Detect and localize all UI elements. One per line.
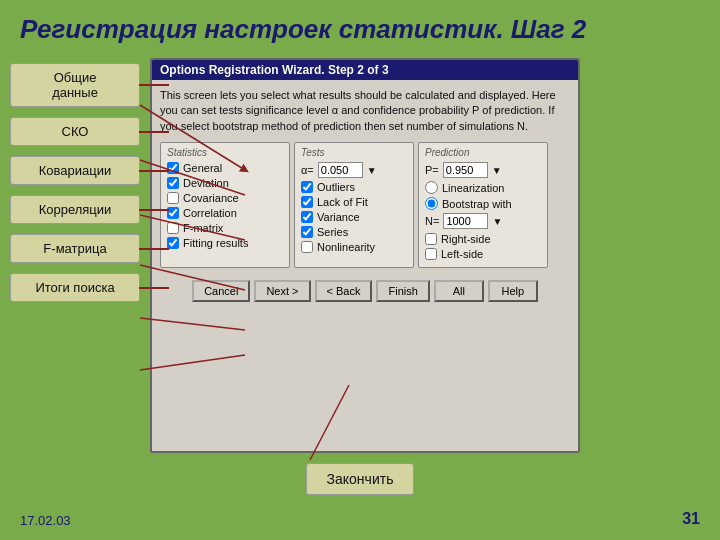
test-lackoffit-label: Lack of Fit [317, 196, 368, 208]
statistics-panel: Statistics General Deviation Covariance [160, 142, 290, 268]
test-nonlinearity-label: Nonlinearity [317, 241, 375, 253]
n-label: N= [425, 215, 439, 227]
stat-general-row[interactable]: General [167, 162, 283, 174]
rightside-label: Right-side [441, 233, 491, 245]
linearization-row[interactable]: Linearization [425, 181, 541, 194]
stat-general-label: General [183, 162, 222, 174]
test-variance-row[interactable]: Variance [301, 211, 407, 223]
p-dropdown-icon[interactable]: ▼ [492, 165, 502, 176]
stat-covariance-row[interactable]: Covariance [167, 192, 283, 204]
alpha-row: α= ▼ [301, 162, 407, 178]
finish-button[interactable]: Finish [376, 280, 429, 302]
bottom-section: Закончить [0, 453, 720, 505]
p-input[interactable] [443, 162, 488, 178]
p-label: P= [425, 164, 439, 176]
stat-correlation-label: Correlation [183, 207, 237, 219]
stat-correlation-row[interactable]: Correlation [167, 207, 283, 219]
alpha-input[interactable] [318, 162, 363, 178]
linearization-label: Linearization [442, 182, 504, 194]
zakonchit-button[interactable]: Закончить [306, 463, 415, 495]
n-row: N= ▼ [425, 213, 541, 229]
bootstrap-radio[interactable] [425, 197, 438, 210]
sidebar-item-f-matrix[interactable]: F-матрица [10, 234, 140, 263]
stat-fitting-row[interactable]: Fitting results [167, 237, 283, 249]
sidebar-item-sko[interactable]: СКО [10, 117, 140, 146]
all-button[interactable]: All [434, 280, 484, 302]
leftside-checkbox[interactable] [425, 248, 437, 260]
rightside-checkbox[interactable] [425, 233, 437, 245]
p-row: P= ▼ [425, 162, 541, 178]
test-lackoffit-checkbox[interactable] [301, 196, 313, 208]
test-outliers-checkbox[interactable] [301, 181, 313, 193]
sidebar-item-general-data[interactable]: Общиеданные [10, 63, 140, 107]
stat-covariance-label: Covariance [183, 192, 239, 204]
alpha-label: α= [301, 164, 314, 176]
n-input[interactable] [443, 213, 488, 229]
test-variance-label: Variance [317, 211, 360, 223]
stat-fmatrix-row[interactable]: F-matrix [167, 222, 283, 234]
sidebar-item-correlation[interactable]: Корреляции [10, 195, 140, 224]
stat-general-checkbox[interactable] [167, 162, 179, 174]
stat-fmatrix-label: F-matrix [183, 222, 223, 234]
test-nonlinearity-checkbox[interactable] [301, 241, 313, 253]
page-number: 31 [682, 510, 700, 528]
test-variance-checkbox[interactable] [301, 211, 313, 223]
stat-deviation-label: Deviation [183, 177, 229, 189]
tests-panel: Tests α= ▼ Outliers Lack of Fit [294, 142, 414, 268]
sidebar-item-covariance[interactable]: Ковариации [10, 156, 140, 185]
page-title: Регистрация настроек статистик. Шаг 2 [0, 0, 720, 53]
help-button[interactable]: Help [488, 280, 538, 302]
bootstrap-label: Bootstrap with [442, 198, 512, 210]
cancel-button[interactable]: Cancel [192, 280, 250, 302]
dialog-titlebar: Options Registration Wizard. Step 2 of 3 [152, 60, 578, 80]
sidebar-item-search-results[interactable]: Итоги поиска [10, 273, 140, 302]
test-outliers-label: Outliers [317, 181, 355, 193]
leftside-label: Left-side [441, 248, 483, 260]
prediction-panel-title: Prediction [425, 147, 541, 158]
stat-fmatrix-checkbox[interactable] [167, 222, 179, 234]
test-nonlinearity-row[interactable]: Nonlinearity [301, 241, 407, 253]
stat-deviation-row[interactable]: Deviation [167, 177, 283, 189]
stat-fitting-label: Fitting results [183, 237, 248, 249]
linearization-radio[interactable] [425, 181, 438, 194]
n-dropdown-icon[interactable]: ▼ [492, 216, 502, 227]
date-label: 17.02.03 [20, 513, 71, 528]
tests-panel-title: Tests [301, 147, 407, 158]
test-outliers-row[interactable]: Outliers [301, 181, 407, 193]
bootstrap-row[interactable]: Bootstrap with [425, 197, 541, 210]
statistics-panel-title: Statistics [167, 147, 283, 158]
test-series-row[interactable]: Series [301, 226, 407, 238]
stat-deviation-checkbox[interactable] [167, 177, 179, 189]
leftside-row[interactable]: Left-side [425, 248, 541, 260]
dialog-buttons: Cancel Next > < Back Finish All Help [160, 276, 570, 304]
rightside-row[interactable]: Right-side [425, 233, 541, 245]
test-lackoffit-row[interactable]: Lack of Fit [301, 196, 407, 208]
sidebar: Общиеданные СКО Ковариации Корреляции F-… [10, 53, 140, 453]
test-series-checkbox[interactable] [301, 226, 313, 238]
alpha-dropdown-icon[interactable]: ▼ [367, 165, 377, 176]
next-button[interactable]: Next > [254, 280, 310, 302]
stat-covariance-checkbox[interactable] [167, 192, 179, 204]
dialog-description: This screen lets you select what results… [160, 88, 570, 134]
options-dialog: Options Registration Wizard. Step 2 of 3… [150, 58, 580, 453]
back-button[interactable]: < Back [315, 280, 373, 302]
test-series-label: Series [317, 226, 348, 238]
prediction-panel: Prediction P= ▼ Linearization Bootstrap … [418, 142, 548, 268]
